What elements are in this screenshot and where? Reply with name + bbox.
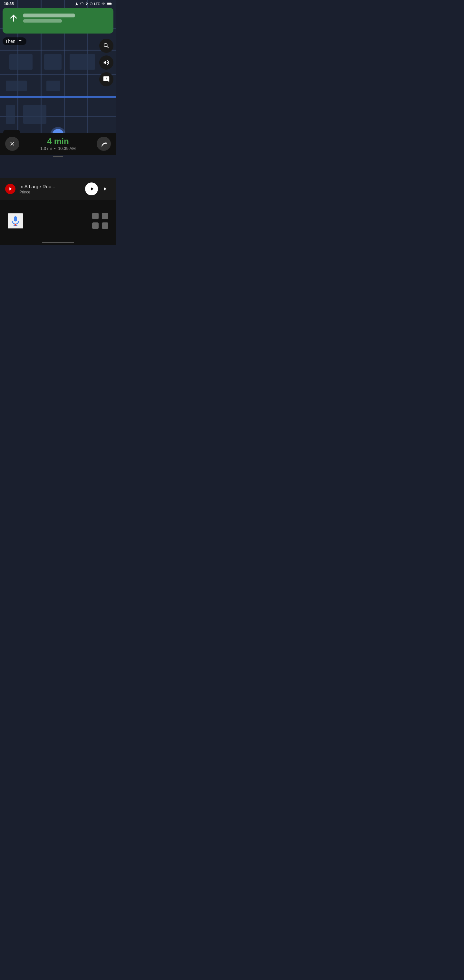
nav-distance: 1.3 mi (40, 146, 52, 151)
add-report-button[interactable] (99, 72, 113, 86)
media-artist: Prince (19, 190, 81, 194)
status-time: 10:35 (4, 2, 14, 6)
youtube-music-icon (5, 184, 16, 194)
nav-bottom-bar: 4 min 1.3 mi • 10:39 AM (0, 133, 116, 155)
play-icon (8, 186, 13, 191)
search-icon (103, 42, 110, 49)
media-controls (85, 183, 111, 196)
app-dot-4 (102, 223, 108, 229)
nav-street-primary (23, 14, 75, 18)
media-title: In A Large Roo... (19, 184, 81, 189)
location-icon (85, 2, 88, 6)
svg-rect-1 (111, 3, 111, 5)
search-button[interactable] (99, 39, 113, 53)
close-navigation-button[interactable] (5, 137, 19, 151)
close-icon (9, 140, 16, 147)
lte-label: LTE (94, 2, 100, 6)
then-label: Then (5, 39, 16, 44)
battery-icon (107, 2, 112, 5)
headset-icon (80, 2, 84, 6)
next-track-button[interactable] (100, 184, 111, 194)
routes-icon (100, 140, 107, 147)
no-sim-icon (90, 2, 93, 6)
skip-next-icon (102, 186, 109, 192)
svg-point-6 (14, 224, 16, 226)
app-dot-3 (92, 223, 99, 229)
alternate-routes-button[interactable] (97, 137, 111, 151)
media-info: In A Large Roo... Prince (19, 184, 81, 194)
play-button[interactable] (85, 183, 98, 196)
nav-arrival: 10:39 AM (58, 146, 76, 151)
eta-time: 4 min (40, 137, 76, 145)
nav-street-secondary (23, 19, 62, 22)
navigation-icon (75, 2, 79, 6)
svg-rect-2 (107, 3, 111, 5)
eta-group: 4 min 1.3 mi • 10:39 AM (40, 137, 76, 151)
nav-street-info (23, 14, 108, 22)
then-turn-right-icon (17, 39, 22, 44)
nav-details: 1.3 mi • 10:39 AM (40, 146, 76, 151)
app-dot-1 (92, 213, 99, 219)
home-bar (42, 242, 74, 243)
microphone-icon (10, 215, 21, 227)
drag-handle[interactable] (53, 156, 63, 158)
volume-button[interactable] (99, 56, 113, 70)
voice-button[interactable] (8, 213, 23, 229)
nav-instruction-banner[interactable] (3, 8, 113, 33)
add-comment-icon (103, 76, 110, 83)
app-dot-2 (102, 213, 108, 219)
direction-arrow-icon (8, 12, 19, 24)
bottom-nav (0, 200, 116, 245)
media-player: In A Large Roo... Prince (0, 178, 116, 200)
map-controls (99, 39, 113, 86)
app-grid[interactable] (92, 213, 108, 229)
status-icons: LTE (75, 2, 112, 6)
signal-icon (101, 2, 106, 6)
straight-arrow-svg (8, 13, 19, 23)
play-button-icon (89, 186, 95, 192)
status-bar: 10:35 LTE (0, 0, 116, 8)
volume-icon (103, 59, 110, 66)
nav-separator: • (54, 146, 56, 151)
then-instruction: Then (3, 37, 26, 45)
svg-rect-3 (14, 216, 17, 221)
